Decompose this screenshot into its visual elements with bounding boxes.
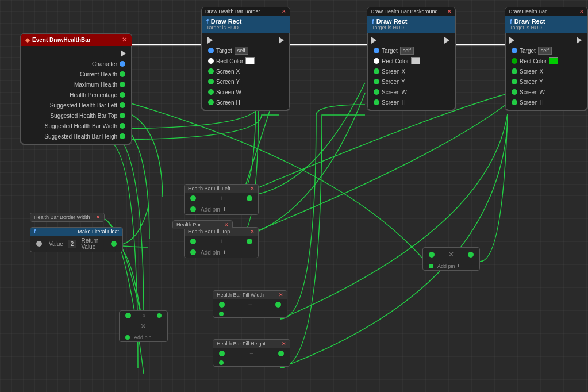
mult-addpin-btn[interactable]: +: [153, 334, 157, 340]
fill-left-addpin[interactable]: +: [222, 205, 226, 213]
mult2-in1[interactable]: [429, 252, 435, 258]
make-float-title: Make Literal Float: [78, 229, 119, 235]
draw-border-label: Draw Health Bar Border: [205, 9, 260, 14]
bar-left-pin[interactable]: [120, 102, 125, 108]
health-par-close[interactable]: ✕: [224, 222, 229, 228]
draw-fill-label: Draw Health Bar: [509, 9, 547, 14]
draw-border-close[interactable]: ✕: [282, 9, 286, 14]
fill-height-in[interactable]: [219, 351, 225, 356]
draw-rect-bg-node[interactable]: Draw Health Bar Background ✕ f Draw Rect…: [367, 7, 456, 111]
bar-height-pin[interactable]: [120, 133, 125, 139]
draw-fill-close[interactable]: ✕: [579, 9, 584, 14]
exec-in-fill: [509, 37, 514, 44]
screeny-pin-bg[interactable]: [374, 79, 379, 84]
exec-out-bg: [444, 37, 449, 44]
border-width-label: Health Bar Border Width: [34, 214, 90, 220]
character-pin[interactable]: [120, 61, 125, 67]
float-return-pin[interactable]: [111, 241, 117, 247]
color-swatch-fill[interactable]: [549, 57, 558, 64]
fill-top-close[interactable]: ✕: [250, 229, 255, 235]
fill-top-in2[interactable]: [190, 249, 196, 255]
draw-rect-border-node[interactable]: Draw Health Bar Border ✕ f Draw Rect Tar…: [201, 7, 290, 111]
draw-bg-label: Draw Health Bar Background: [371, 9, 438, 14]
fill-left-in[interactable]: [190, 195, 196, 201]
multiply-large-node[interactable]: × Add pin +: [422, 247, 480, 271]
make-float-node[interactable]: f Make Literal Float Value 2 Return Valu…: [30, 227, 123, 252]
target-pin-fill[interactable]: [512, 48, 517, 53]
mult2-in2[interactable]: [429, 264, 433, 268]
bar-top-pin[interactable]: [120, 113, 125, 118]
draw-bg-subtitle: Target is HUD: [372, 25, 451, 30]
mult2-addpin-btn[interactable]: +: [457, 263, 460, 269]
border-width-close[interactable]: ✕: [96, 214, 101, 220]
target-pin-bg[interactable]: [374, 48, 379, 53]
screenh-pin-bg[interactable]: [374, 99, 379, 105]
screenx-pin-bg[interactable]: [374, 68, 379, 74]
draw-bg-close[interactable]: ✕: [447, 9, 452, 14]
bar-top-pin-label: Suggested Health Bar Top: [50, 113, 117, 119]
health-par-label: Health Par: [176, 222, 201, 228]
mult-in2: [157, 313, 162, 318]
rect-color-pin-fill[interactable]: [512, 58, 517, 64]
exec-out-pin: [121, 50, 126, 57]
color-swatch-bg[interactable]: [411, 57, 420, 64]
rect-color-pin-bg[interactable]: [374, 58, 379, 64]
max-health-pin-label: Maximum Health: [74, 82, 117, 88]
rect-color-pin-border[interactable]: [208, 58, 214, 64]
fill-top-in[interactable]: [190, 239, 196, 244]
fill-left-close[interactable]: ✕: [250, 186, 255, 191]
fill-left-in2[interactable]: [190, 206, 196, 212]
draw-fill-title: Draw Rect: [514, 18, 545, 25]
float-value-in[interactable]: [36, 241, 42, 247]
fill-top-addpin[interactable]: +: [222, 248, 226, 256]
fill-top-label: Health Bar Fill Top: [188, 229, 230, 235]
exec-in-border: [207, 37, 213, 44]
max-health-pin[interactable]: [120, 82, 125, 87]
screenh-pin-border[interactable]: [208, 99, 214, 105]
screenw-pin-border[interactable]: [208, 89, 214, 95]
screenx-pin-border[interactable]: [208, 68, 214, 74]
fill-width-close[interactable]: ✕: [279, 292, 283, 298]
health-pct-pin[interactable]: [120, 92, 125, 98]
fill-height-node[interactable]: Health Bar Fill Height ✕ −: [213, 339, 290, 367]
fill-width-in2[interactable]: [219, 312, 224, 316]
health-pct-pin-label: Health Percentage: [70, 92, 117, 98]
event-close-icon[interactable]: ✕: [122, 36, 127, 44]
health-par-node[interactable]: Health Par ✕: [172, 220, 233, 229]
fill-height-label: Health Bar Fill Height: [217, 341, 266, 347]
character-pin-label: Character: [92, 61, 117, 67]
exec-out-border: [279, 37, 284, 44]
multiply-node[interactable]: ○ × Add pin +: [119, 310, 168, 342]
screeny-pin-border[interactable]: [208, 79, 214, 84]
screenh-pin-fill[interactable]: [512, 99, 517, 105]
mult2-out[interactable]: [468, 252, 474, 258]
screeny-pin-fill[interactable]: [512, 79, 517, 84]
fill-height-out[interactable]: [278, 351, 284, 356]
fill-width-node[interactable]: Health Bar Fill Width ✕ −: [213, 290, 287, 318]
fill-width-in[interactable]: [219, 302, 225, 308]
mult-in1[interactable]: [125, 313, 131, 318]
target-pin-border[interactable]: [208, 48, 214, 53]
current-health-pin[interactable]: [120, 71, 125, 77]
color-swatch-border[interactable]: [245, 57, 255, 64]
event-draw-health-bar-node[interactable]: ◆ Event DrawHealthBar ✕ Character Curren…: [20, 33, 132, 145]
screenw-pin-bg[interactable]: [374, 89, 379, 95]
target-val-border: self: [235, 47, 248, 55]
fill-width-label: Health Bar Fill Width: [217, 292, 264, 298]
float-value-display: 2: [68, 240, 77, 248]
mult-add-pin[interactable]: [125, 335, 130, 340]
fill-height-in2[interactable]: [219, 360, 224, 365]
border-width-node[interactable]: Health Bar Border Width ✕: [30, 213, 105, 222]
exec-out-fill: [577, 37, 582, 44]
fill-left-node[interactable]: Health Bar Fill Left ✕ + Add pin +: [184, 184, 259, 215]
draw-rect-fill-node[interactable]: Draw Health Bar ✕ f Draw Rect Target is …: [505, 7, 588, 111]
fill-top-out[interactable]: [247, 239, 252, 244]
fill-top-node[interactable]: Health Bar Fill Top ✕ + Add pin +: [184, 227, 259, 258]
screenw-pin-fill[interactable]: [512, 89, 517, 95]
fill-width-out[interactable]: [275, 302, 281, 308]
screenx-pin-fill[interactable]: [512, 68, 517, 74]
fill-left-out[interactable]: [247, 195, 252, 201]
bar-width-pin[interactable]: [120, 123, 125, 129]
exec-in-bg: [371, 37, 376, 44]
fill-height-close[interactable]: ✕: [282, 341, 286, 347]
